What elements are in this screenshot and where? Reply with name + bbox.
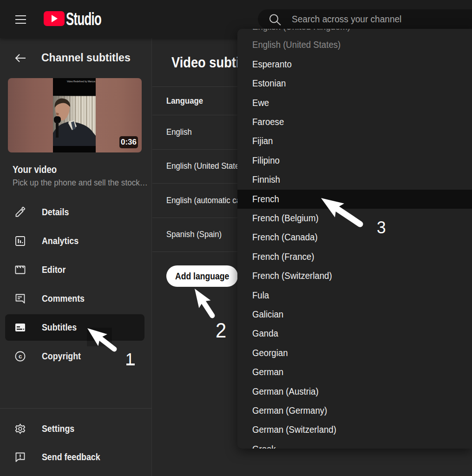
svg-text:c: c bbox=[19, 353, 22, 360]
svg-text:Video Redefined by Marcus: Video Redefined by Marcus bbox=[67, 80, 96, 83]
svg-text:0:36: 0:36 bbox=[121, 138, 137, 146]
